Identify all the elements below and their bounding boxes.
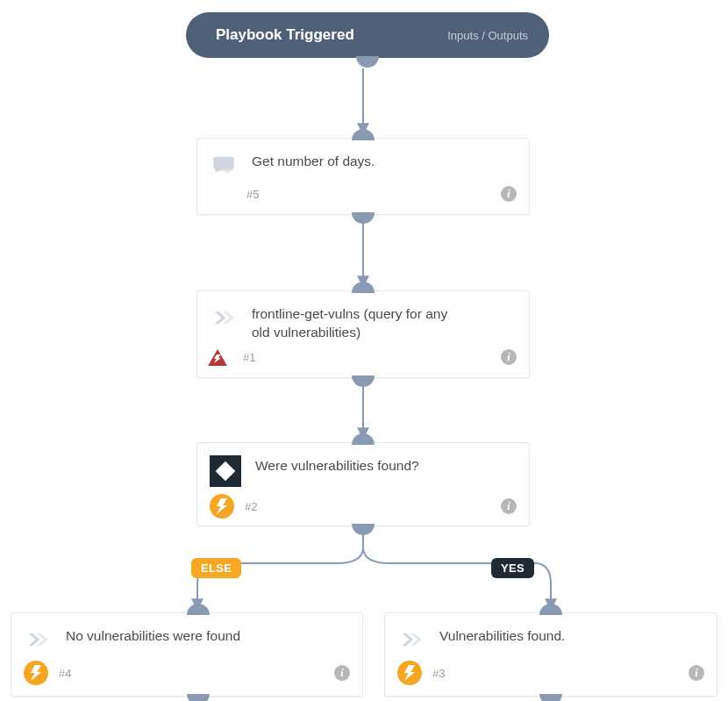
- node-ticket: #4: [59, 667, 71, 680]
- chevron-icon: [397, 626, 425, 654]
- info-icon[interactable]: i: [689, 665, 704, 681]
- port-out[interactable]: [539, 694, 562, 701]
- port-out[interactable]: [352, 212, 375, 224]
- info-icon[interactable]: i: [501, 498, 517, 514]
- port-out[interactable]: [356, 56, 379, 68]
- task-node-no-vulns[interactable]: No vulnerabilities were found #4 i: [11, 612, 363, 697]
- alert-icon: [208, 349, 227, 366]
- bolt-icon: [24, 661, 48, 685]
- task-node-get-days[interactable]: Get number of days. #5 i: [196, 138, 530, 215]
- playbook-canvas: Playbook Triggered Inputs / Outputs Get …: [0, 0, 728, 701]
- diamond-icon: [210, 455, 241, 487]
- node-label: frontline-get-vulns (query for any old v…: [252, 304, 462, 342]
- port-in[interactable]: [539, 604, 562, 615]
- node-ticket: #3: [432, 667, 445, 680]
- port-in[interactable]: [187, 604, 210, 615]
- port-out[interactable]: [187, 694, 210, 701]
- node-label: Were vulnerabilities found?: [255, 455, 419, 476]
- port-in[interactable]: [352, 282, 375, 293]
- task-node-get-vulns[interactable]: frontline-get-vulns (query for any old v…: [196, 290, 530, 378]
- chevron-icon: [24, 626, 52, 654]
- branch-label-yes[interactable]: YES: [491, 558, 534, 578]
- port-in[interactable]: [352, 129, 375, 140]
- node-ticket: #2: [245, 500, 257, 513]
- node-ticket: #1: [243, 351, 255, 364]
- node-label: Get number of days.: [252, 151, 375, 171]
- node-ticket: #5: [246, 188, 259, 201]
- bolt-icon: [397, 661, 422, 685]
- bolt-icon: [210, 494, 234, 519]
- trigger-title: Playbook Triggered: [216, 26, 354, 44]
- node-label: Vulnerabilities found.: [439, 626, 565, 646]
- port-out[interactable]: [352, 376, 375, 387]
- node-label: No vulnerabilities were found: [66, 626, 240, 646]
- trigger-node[interactable]: Playbook Triggered Inputs / Outputs: [186, 12, 549, 58]
- chat-icon: [210, 151, 238, 179]
- info-icon[interactable]: i: [334, 665, 350, 681]
- inputs-outputs-link[interactable]: Inputs / Outputs: [447, 29, 528, 42]
- info-icon[interactable]: i: [501, 186, 517, 202]
- port-out[interactable]: [352, 524, 375, 535]
- condition-node-vulns[interactable]: Were vulnerabilities found? #2 i: [196, 442, 530, 526]
- port-in[interactable]: [352, 433, 375, 445]
- chevron-icon: [210, 304, 238, 332]
- task-node-found-vulns[interactable]: Vulnerabilities found. #3 i: [384, 612, 717, 697]
- branch-label-else[interactable]: ELSE: [191, 558, 241, 578]
- info-icon[interactable]: i: [501, 349, 517, 365]
